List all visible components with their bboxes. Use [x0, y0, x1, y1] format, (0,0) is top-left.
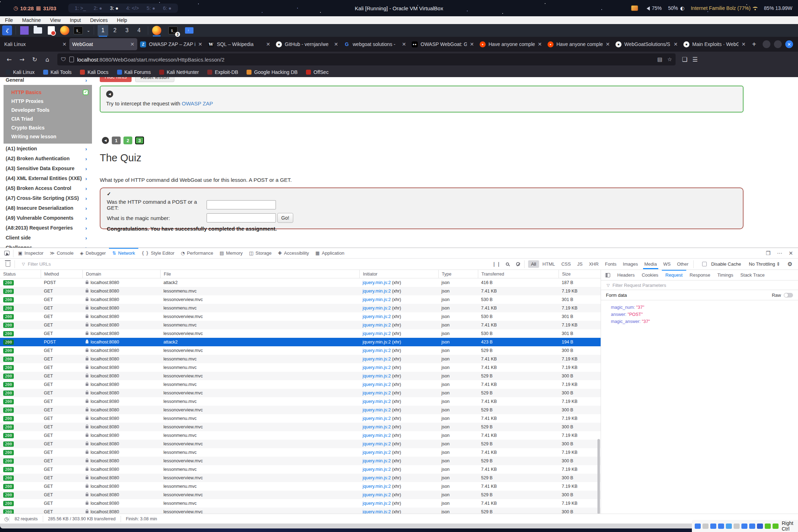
menubar-item[interactable]: File	[5, 17, 13, 23]
bookmark-star-icon[interactable]: ☆	[667, 56, 672, 63]
devtools-tab-memory[interactable]: ▤ Memory	[216, 248, 246, 259]
initiator-link[interactable]: jquery.min.js:2	[363, 340, 391, 345]
initiator-link[interactable]: jquery.min.js:2	[363, 306, 391, 311]
initiator-link[interactable]: jquery.min.js:2	[363, 348, 391, 353]
detail-tab-timings[interactable]: Timings	[714, 270, 737, 281]
downloads-folder-button[interactable]	[184, 25, 194, 35]
type-filter-chip[interactable]: All	[528, 260, 539, 268]
browser-tab[interactable]: ● Have anyone comple ✕	[477, 38, 545, 50]
type-filter-chip[interactable]: CSS	[559, 260, 574, 268]
column-header-initiator[interactable]: Initiator	[359, 270, 438, 278]
throttling-select[interactable]: No Throttling ⇕	[749, 261, 780, 267]
initiator-link[interactable]: jquery.min.js:2	[363, 501, 391, 506]
tab-close-icon[interactable]: ✕	[130, 41, 134, 47]
request-row[interactable]: 200 GET localhost:8080 lessonmenu.mvc jq…	[0, 321, 601, 329]
initiator-link[interactable]: jquery.min.js:2	[363, 297, 391, 302]
type-filter-chip[interactable]: Images	[620, 260, 641, 268]
browser-tab[interactable]: Kali Linux ✕	[1, 38, 69, 50]
initiator-link[interactable]: jquery.min.js:2	[363, 365, 391, 370]
devtools-tab-debugger[interactable]: ◈ Debugger	[77, 248, 109, 259]
devtools-tab-application[interactable]: ▦ Application	[312, 248, 348, 259]
request-row[interactable]: 200 GET localhost:8080 lessonoverview.mv…	[0, 508, 601, 514]
vm-usb-icon[interactable]	[726, 524, 732, 529]
keyboard-indicator-icon[interactable]	[631, 5, 638, 11]
page-info-icon[interactable]	[69, 57, 74, 62]
workspace-switcher[interactable]: 1: >_2: ●3: ●4: </>5: ●6: ●	[68, 4, 178, 13]
request-row[interactable]: 200 GET localhost:8080 lessonmenu.mvc jq…	[0, 499, 601, 508]
owasp-zap-link[interactable]: OWASP ZAP	[182, 100, 213, 106]
menubar-item[interactable]: Input	[70, 17, 81, 23]
browser-tab[interactable]: ● Have anyone comple ✕	[545, 38, 613, 50]
filter-urls-input[interactable]	[28, 261, 134, 267]
file-manager-icon[interactable]	[33, 25, 43, 35]
kali-menu-icon[interactable]: ζ	[2, 25, 12, 35]
devtools-tab-network[interactable]: ⇅ Network	[109, 248, 138, 259]
forward-button[interactable]: →	[16, 54, 28, 65]
request-row[interactable]: 200 GET localhost:8080 lessonmenu.mvc jq…	[0, 380, 601, 389]
text-editor-icon[interactable]	[46, 25, 56, 35]
tab-close-icon[interactable]: ✕	[673, 41, 678, 47]
search-icon[interactable]	[503, 260, 511, 268]
terminal-launcher-icon[interactable]: $_	[73, 25, 83, 35]
browser-tab[interactable]: W SQL – Wikipedia ✕	[205, 38, 273, 50]
detail-tab-cookies[interactable]: Cookies	[638, 270, 662, 281]
request-row[interactable]: 200 POST localhost:8080 attack2 jquery.m…	[0, 278, 601, 287]
sidebar-item-general[interactable]: General ›	[4, 77, 92, 85]
initiator-link[interactable]: jquery.min.js:2	[363, 458, 391, 463]
sidebar-lesson-item[interactable]: Developer Tools	[4, 105, 92, 114]
app-launcher-icon[interactable]	[19, 25, 29, 35]
detail-tab-request[interactable]: Request	[662, 270, 686, 281]
browser-tab[interactable]: Z OWASP ZAP – ZAP i ✕	[137, 38, 205, 50]
vm-optical-icon[interactable]	[702, 524, 709, 529]
request-row[interactable]: 200 POST localhost:8080 attack2 jquery.m…	[0, 338, 601, 346]
vm-download-icon[interactable]	[773, 524, 779, 529]
tab-close-icon[interactable]: ✕	[402, 41, 406, 47]
workspace-number-button[interactable]: 2	[110, 25, 120, 36]
request-row[interactable]: 200 GET localhost:8080 lessonoverview.mv…	[0, 389, 601, 397]
tab-close-icon[interactable]: ✕	[198, 41, 202, 47]
bookmark-item[interactable]: Kali Forums	[117, 69, 151, 75]
vm-windows-icon[interactable]	[749, 524, 755, 529]
sidebar-lesson-item[interactable]: Crypto Basics	[4, 123, 92, 132]
request-row[interactable]: 200 GET localhost:8080 lessonoverview.mv…	[0, 372, 601, 380]
sidebar-lesson-item[interactable]: Writing new lesson	[4, 132, 92, 141]
request-row[interactable]: 200 GET localhost:8080 lessonmenu.mvc jq…	[0, 482, 601, 491]
sidebar-category-item[interactable]: Challenges ›	[4, 243, 92, 248]
type-filter-chip[interactable]: JS	[574, 260, 585, 268]
type-filter-chip[interactable]: XHR	[586, 260, 601, 268]
devtools-options-icon[interactable]: ⋯	[777, 250, 782, 256]
initiator-link[interactable]: jquery.min.js:2	[363, 374, 391, 378]
tab-close-icon[interactable]: ✕	[538, 41, 542, 47]
menubar-item[interactable]: View	[50, 17, 60, 23]
volume-widget[interactable]: 75%	[644, 5, 662, 11]
menu-hamburger-icon[interactable]: ☰	[692, 56, 698, 63]
performance-analysis-icon[interactable]: ◷	[4, 516, 8, 522]
initiator-link[interactable]: jquery.min.js:2	[363, 424, 391, 429]
sidebar-lesson-item[interactable]: HTTP Proxies	[4, 97, 92, 105]
bookmark-item[interactable]: Exploit-DB	[207, 69, 238, 75]
sidebar-category-item[interactable]: (A8) Insecure Deserialization ›	[4, 203, 92, 213]
sidebar-category-item[interactable]: (A3) Sensitive Data Exposure ›	[4, 163, 92, 173]
initiator-link[interactable]: jquery.min.js:2	[363, 467, 391, 472]
vm-shared-folder-icon[interactable]	[734, 524, 740, 529]
firefox-window-button[interactable]	[152, 25, 162, 35]
bookmark-item[interactable]: Kali Docs	[80, 69, 108, 75]
devtools-tab-accessibility[interactable]: ✚ Accessibility	[275, 248, 312, 259]
reader-mode-icon[interactable]: ▤	[657, 56, 662, 63]
page-button[interactable]: 2	[123, 137, 132, 144]
column-header-type[interactable]: Type	[438, 270, 478, 278]
window-close-button[interactable]: ✕	[785, 40, 793, 48]
disable-cache-label[interactable]: Disable Cache	[711, 261, 741, 267]
window-maximize-button[interactable]	[774, 40, 782, 48]
devtools-tab-storage[interactable]: ◫ Storage	[246, 248, 275, 259]
initiator-link[interactable]: jquery.min.js:2	[363, 289, 391, 294]
pick-element-icon[interactable]	[4, 251, 10, 255]
disable-cache-checkbox[interactable]	[702, 262, 707, 266]
tab-close-icon[interactable]: ✕	[470, 41, 474, 47]
sidebar-category-item[interactable]: (A7) Cross-Site Scripting (XSS) ›	[4, 193, 92, 203]
tab-close-icon[interactable]: ✕	[266, 41, 270, 47]
column-header-file[interactable]: File	[160, 270, 359, 278]
devtools-tab-inspector[interactable]: ▣ Inspector	[15, 248, 47, 259]
bookmark-item[interactable]: Kali NetHunter	[159, 69, 199, 75]
initiator-link[interactable]: jquery.min.js:2	[363, 416, 391, 421]
